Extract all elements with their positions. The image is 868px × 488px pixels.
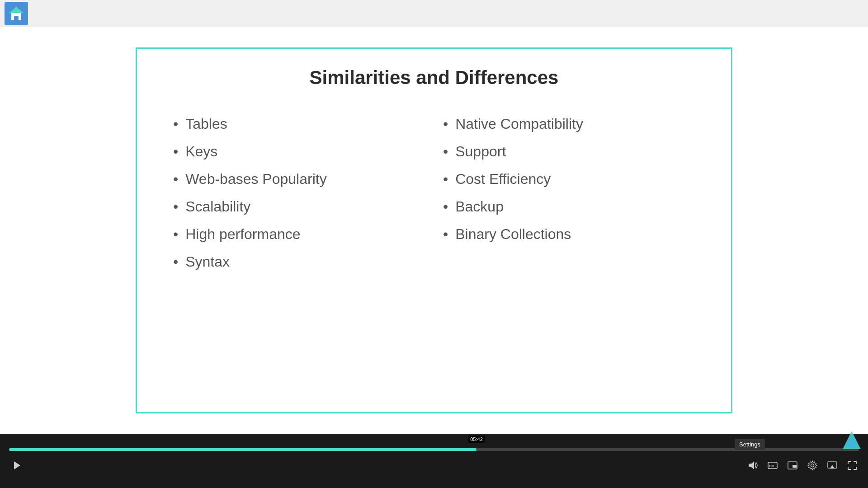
right-bullet-list: Native Compatibility Support Cost Effici… bbox=[443, 116, 695, 243]
airplay-button[interactable] bbox=[826, 459, 839, 472]
left-bullet-list: Tables Keys Web-bases Popularity Scalabi… bbox=[173, 116, 425, 270]
controls-row: CC Settings bbox=[9, 457, 859, 474]
captions-button[interactable]: CC bbox=[766, 459, 779, 472]
slide-frame: Similarities and Differences Tables Keys… bbox=[136, 47, 732, 413]
list-item: Scalability bbox=[173, 198, 425, 215]
pip-icon bbox=[788, 460, 797, 470]
list-item: Support bbox=[443, 143, 695, 160]
settings-button[interactable]: Settings bbox=[806, 459, 819, 472]
fullscreen-icon bbox=[847, 460, 857, 470]
slide-container: Similarities and Differences Tables Keys… bbox=[0, 27, 868, 434]
home-button[interactable] bbox=[5, 2, 28, 25]
play-icon bbox=[12, 460, 22, 470]
svg-rect-9 bbox=[793, 465, 797, 468]
list-item: Binary Collections bbox=[443, 226, 695, 243]
list-item: High performance bbox=[173, 226, 425, 243]
controls-right: CC Settings bbox=[746, 459, 859, 472]
slide-title: Similarities and Differences bbox=[164, 67, 704, 89]
list-item: Cost Efficiency bbox=[443, 171, 695, 188]
svg-marker-4 bbox=[14, 461, 20, 469]
controls-bar: 05:42 CC bbox=[0, 434, 868, 488]
fullscreen-button[interactable] bbox=[845, 459, 859, 472]
arrow-icon bbox=[842, 430, 862, 450]
list-item: Keys bbox=[173, 143, 425, 160]
svg-text:CC: CC bbox=[769, 464, 774, 468]
list-item: Tables bbox=[173, 116, 425, 132]
captions-icon: CC bbox=[768, 460, 778, 470]
volume-icon bbox=[748, 460, 758, 470]
airplay-icon bbox=[827, 460, 837, 470]
volume-button[interactable] bbox=[746, 459, 760, 472]
controls-left bbox=[9, 457, 25, 474]
settings-tooltip: Settings bbox=[735, 439, 765, 450]
list-item: Syntax bbox=[173, 253, 425, 270]
left-column: Tables Keys Web-bases Popularity Scalabi… bbox=[164, 116, 434, 281]
play-button[interactable] bbox=[9, 457, 25, 474]
progress-bar[interactable]: 05:42 bbox=[9, 448, 859, 451]
timestamp-tooltip: 05:42 bbox=[468, 436, 485, 443]
top-bar bbox=[0, 0, 868, 27]
svg-marker-5 bbox=[749, 461, 754, 469]
list-item: Web-bases Popularity bbox=[173, 171, 425, 188]
list-item: Native Compatibility bbox=[443, 116, 695, 132]
svg-point-10 bbox=[811, 464, 814, 467]
home-icon bbox=[8, 5, 25, 22]
progress-fill bbox=[9, 448, 476, 451]
svg-rect-1 bbox=[14, 16, 19, 21]
arrow-decoration bbox=[842, 430, 862, 452]
svg-marker-14 bbox=[844, 434, 859, 447]
pip-button[interactable] bbox=[786, 459, 799, 472]
slide-content: Tables Keys Web-bases Popularity Scalabi… bbox=[164, 116, 704, 281]
list-item: Backup bbox=[443, 198, 695, 215]
settings-icon bbox=[807, 460, 817, 470]
svg-marker-12 bbox=[830, 465, 835, 469]
svg-marker-3 bbox=[9, 7, 24, 13]
right-column: Native Compatibility Support Cost Effici… bbox=[434, 116, 704, 281]
